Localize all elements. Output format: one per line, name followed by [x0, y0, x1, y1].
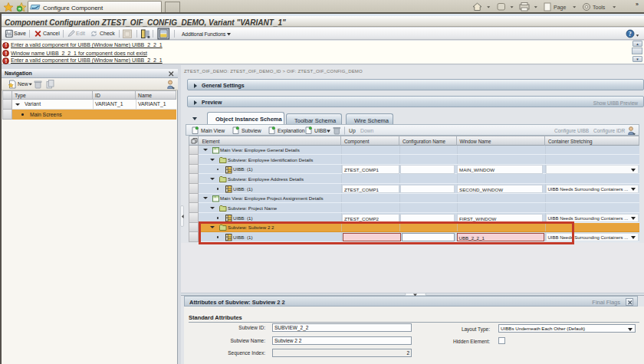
svg-text:Configure Component: Configure Component: [43, 5, 104, 11]
svg-text:?: ?: [629, 31, 632, 38]
svg-text:Tools: Tools: [593, 5, 606, 10]
svg-text:»: »: [636, 2, 639, 7]
svg-text:Page: Page: [554, 5, 566, 11]
